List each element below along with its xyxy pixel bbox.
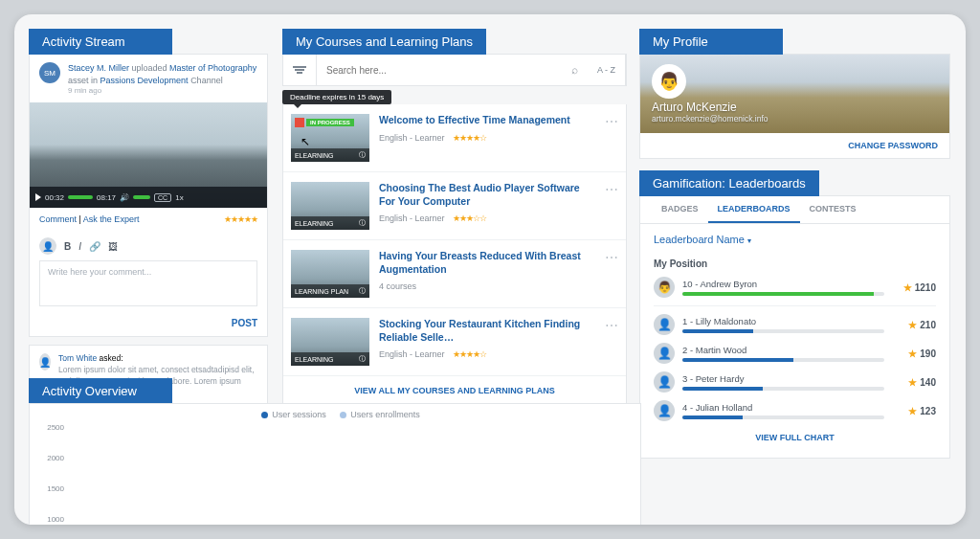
course-row[interactable]: ELEARNINGⓘ Stocking Your Restaurant Kitc… bbox=[283, 308, 626, 376]
rating-stars[interactable]: ★★★★★ bbox=[224, 214, 257, 224]
profile-name: Arturo McKenzie bbox=[652, 101, 938, 114]
leaderboard-row[interactable]: 👤 4 - Julian Holland ★123 bbox=[640, 396, 949, 425]
star-icon: ★ bbox=[908, 348, 917, 359]
more-icon[interactable]: ⋯ bbox=[605, 250, 618, 298]
leaderboard-rank-name: 4 - Julian Holland bbox=[682, 402, 884, 413]
course-type-label: ELEARNING bbox=[295, 356, 333, 363]
star-icon: ★ bbox=[908, 406, 917, 416]
user-avatar-icon: 👤 bbox=[39, 237, 56, 255]
volume-bar[interactable] bbox=[133, 195, 150, 199]
volume-icon[interactable]: 🔊 bbox=[120, 193, 129, 202]
leaderboard-score: 123 bbox=[920, 406, 936, 416]
profile-avatar[interactable]: 👨 bbox=[652, 64, 686, 99]
activity-stream-header: Activity Stream bbox=[29, 29, 172, 55]
course-type-label: ELEARNING bbox=[295, 220, 333, 227]
avatar: 👨 bbox=[654, 277, 675, 298]
info-icon: ⓘ bbox=[359, 150, 366, 160]
author-link[interactable]: Stacey M. Miller bbox=[68, 63, 129, 73]
leaderboard-rank-name: 2 - Martin Wood bbox=[682, 345, 884, 355]
overview-header: Activity Overview bbox=[29, 378, 172, 404]
cc-button[interactable]: CC bbox=[154, 193, 171, 202]
profile-header: My Profile bbox=[639, 29, 783, 55]
more-icon[interactable]: ⋯ bbox=[605, 318, 618, 366]
stream-message: Stacey M. Miller uploaded Master of Phot… bbox=[68, 62, 256, 86]
leaderboard-score: 140 bbox=[920, 377, 936, 388]
video-total-time: 08:17 bbox=[97, 193, 116, 202]
deadline-tooltip: Deadline expires in 15 days bbox=[282, 90, 391, 104]
progress-bar[interactable] bbox=[68, 195, 93, 199]
search-input[interactable] bbox=[326, 65, 564, 76]
speed-button[interactable]: 1x bbox=[175, 193, 183, 202]
image-icon[interactable]: 🖼 bbox=[108, 241, 118, 252]
leaderboard-select[interactable]: Leaderboard Name ▾ bbox=[640, 224, 949, 255]
star-icon: ★ bbox=[908, 377, 917, 388]
avatar: 👤 bbox=[654, 400, 675, 421]
course-meta: English - Learner bbox=[379, 213, 445, 223]
leaderboard-row[interactable]: 👤 1 - Lilly Maldonato ★210 bbox=[640, 310, 949, 339]
overview-chart: User sessions Users enrollments 25002000… bbox=[29, 403, 641, 525]
profile-email: arturo.mckenzie@homenick.info bbox=[652, 114, 938, 124]
cursor-icon: ↖ bbox=[301, 135, 310, 148]
filter-icon bbox=[293, 65, 306, 75]
avatar[interactable]: SM bbox=[39, 62, 60, 83]
comment-link[interactable]: Comment bbox=[39, 214, 77, 224]
legend-dot-enrollments bbox=[340, 412, 346, 418]
leaderboard-rank-name: 1 - Lilly Maldonato bbox=[682, 316, 884, 326]
course-row[interactable]: ELEARNINGⓘ Choosing The Best Audio Playe… bbox=[283, 172, 626, 240]
course-title[interactable]: Choosing The Best Audio Player Software … bbox=[379, 182, 595, 208]
gamification-header: Gamification: Leaderboards bbox=[639, 170, 819, 196]
channel-link[interactable]: Passions Development bbox=[100, 76, 189, 85]
bold-icon[interactable]: B bbox=[64, 241, 71, 252]
course-meta: English - Learner bbox=[379, 133, 445, 143]
course-type-label: LEARNING PLAN bbox=[295, 288, 348, 295]
leaderboard-score: 1210 bbox=[915, 282, 936, 293]
info-icon: ⓘ bbox=[359, 286, 366, 296]
leaderboard-rank-name: 10 - Andrew Byron bbox=[682, 279, 884, 289]
search-icon[interactable]: ⌕ bbox=[571, 63, 578, 77]
tab-badges[interactable]: BADGES bbox=[652, 196, 708, 223]
leaderboard-row[interactable]: 👨 10 - Andrew Byron ★1210 bbox=[640, 273, 949, 302]
course-meta: 4 courses bbox=[379, 281, 416, 291]
avatar: 👤 bbox=[654, 314, 675, 335]
course-meta: English - Learner bbox=[379, 349, 445, 359]
more-icon[interactable]: ⋯ bbox=[605, 114, 618, 162]
video-player[interactable]: 00:32 08:17 🔊 CC 1x bbox=[30, 102, 267, 208]
leaderboard-rank-name: 3 - Peter Hardy bbox=[682, 373, 884, 384]
course-title[interactable]: Welcome to Effective Time Management bbox=[379, 114, 595, 127]
more-icon[interactable]: ⋯ bbox=[605, 182, 618, 230]
leaderboard-score: 190 bbox=[920, 348, 936, 359]
view-full-chart-button[interactable]: VIEW FULL CHART bbox=[640, 425, 949, 450]
activity-stream-card: SM Stacey M. Miller uploaded Master of P… bbox=[29, 54, 268, 337]
sort-button[interactable]: A - Z bbox=[588, 55, 626, 85]
info-icon: ⓘ bbox=[359, 218, 366, 228]
star-icon: ★ bbox=[903, 282, 912, 293]
leaderboard-row[interactable]: 👤 2 - Martin Wood ★190 bbox=[640, 339, 949, 368]
star-icon: ★ bbox=[908, 320, 917, 330]
timestamp: 9 min ago bbox=[68, 86, 256, 95]
course-row[interactable]: IN PROGRESSELEARNINGⓘ↖ Welcome to Effect… bbox=[283, 104, 626, 172]
leaderboard-row[interactable]: 👤 3 - Peter Hardy ★140 bbox=[640, 368, 949, 396]
tab-leaderboards[interactable]: LEADERBOARDS bbox=[708, 196, 800, 223]
link-icon[interactable]: 🔗 bbox=[89, 241, 100, 252]
change-password-button[interactable]: CHANGE PASSWORD bbox=[640, 133, 949, 158]
course-type-label: ELEARNING bbox=[295, 152, 333, 159]
play-icon[interactable] bbox=[35, 193, 41, 201]
course-rating: ★★★☆☆ bbox=[453, 213, 486, 223]
my-position-label: My Position bbox=[640, 255, 949, 273]
course-title[interactable]: Stocking Your Restaurant Kitchen Finding… bbox=[379, 318, 595, 344]
course-row[interactable]: LEARNING PLANⓘ Having Your Breasts Reduc… bbox=[283, 240, 626, 308]
comment-input[interactable]: Write here your comment... bbox=[39, 260, 257, 306]
tab-contests[interactable]: CONTESTS bbox=[800, 196, 866, 223]
italic-icon[interactable]: I bbox=[78, 241, 81, 252]
ask-expert-link[interactable]: Ask the Expert bbox=[83, 214, 140, 224]
asker-name[interactable]: Tom White bbox=[58, 353, 97, 363]
post-button[interactable]: POST bbox=[30, 314, 267, 336]
video-current-time: 00:32 bbox=[45, 193, 64, 202]
course-rating: ★★★★☆ bbox=[453, 349, 486, 359]
filter-button[interactable] bbox=[283, 55, 317, 85]
course-title[interactable]: Having Your Breasts Reduced With Breast … bbox=[379, 250, 595, 276]
asset-link[interactable]: Master of Photography bbox=[169, 63, 256, 73]
info-icon: ⓘ bbox=[359, 354, 366, 364]
legend-dot-sessions bbox=[261, 412, 268, 418]
user-avatar-icon: 👤 bbox=[39, 353, 51, 371]
